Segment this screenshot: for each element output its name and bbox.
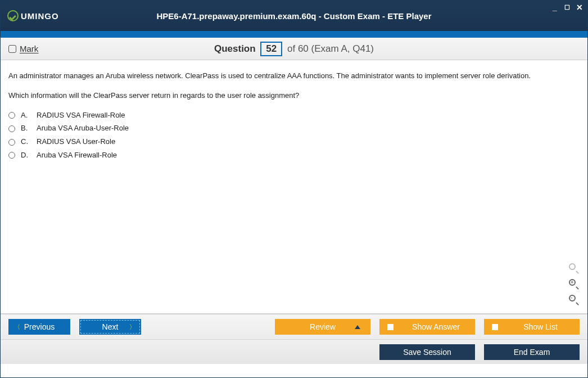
radio-icon (8, 125, 15, 132)
triangle-up-icon (355, 325, 360, 329)
app-logo: UMINGO (7, 10, 59, 21)
window-controls: _ ☐ ✕ (550, 3, 584, 12)
current-question-number: 52 (260, 42, 282, 56)
save-session-button[interactable]: Save Session (379, 344, 475, 360)
footer-actions: Save Session End Exam (1, 339, 587, 364)
footer-nav: 〈 Previous Next 〉 Review Show Answer Sho… (1, 314, 587, 339)
chevron-right-icon: 〉 (129, 323, 135, 331)
review-button[interactable]: Review (275, 319, 370, 335)
square-icon (492, 324, 498, 330)
question-paragraph-2: Which information will the ClearPass ser… (8, 90, 580, 102)
show-answer-button[interactable]: Show Answer (379, 319, 475, 335)
zoom-in-icon[interactable]: + (567, 277, 580, 290)
radio-icon (8, 139, 15, 146)
radio-icon (8, 152, 15, 159)
minimize-icon[interactable]: _ (550, 3, 559, 12)
option-c[interactable]: C. RADIUS VSA User-Role (8, 136, 580, 148)
radio-icon (8, 112, 15, 119)
title-bar: UMINGO HPE6-A71.prepaway.premium.exam.60… (1, 1, 587, 31)
zoom-out-icon[interactable]: - (567, 293, 580, 305)
option-d[interactable]: D. Aruba VSA Firewall-Role (8, 150, 580, 161)
info-bar: Mark Question 52 of 60 (Exam A, Q41) (1, 38, 587, 60)
question-total: of 60 (Exam A, Q41) (287, 43, 374, 54)
show-list-button[interactable]: Show List (484, 319, 580, 335)
window-title: HPE6-A71.prepaway.premium.exam.60q - Cus… (1, 11, 587, 21)
end-exam-button[interactable]: End Exam (484, 344, 580, 360)
chevron-left-icon: 〈 (14, 323, 20, 331)
maximize-icon[interactable]: ☐ (563, 3, 572, 12)
logo-check-icon (7, 10, 19, 21)
zoom-tools: + - (567, 262, 580, 305)
answer-options: A. RADIUS VSA Firewall-Role B. Aruba VSA… (8, 110, 580, 161)
option-a[interactable]: A. RADIUS VSA Firewall-Role (8, 110, 580, 122)
question-indicator: Question 52 of 60 (Exam A, Q41) (1, 42, 587, 56)
brand-text: UMINGO (21, 11, 59, 21)
question-content: An administrator manages an Aruba wirele… (1, 60, 587, 313)
previous-button[interactable]: 〈 Previous (8, 319, 70, 335)
search-icon[interactable] (567, 262, 580, 274)
accent-strip (1, 31, 587, 38)
next-button[interactable]: Next 〉 (79, 319, 141, 335)
square-icon (387, 324, 393, 330)
option-b[interactable]: B. Aruba VSA Aruba-User-Role (8, 123, 580, 134)
close-icon[interactable]: ✕ (575, 3, 584, 12)
question-paragraph-1: An administrator manages an Aruba wirele… (8, 70, 580, 82)
